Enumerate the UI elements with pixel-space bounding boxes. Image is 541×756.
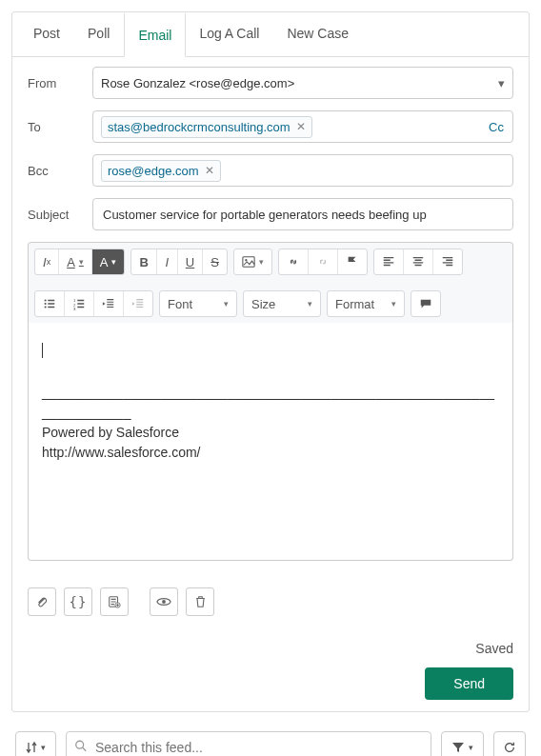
svg-point-4 [45,306,47,308]
to-label: To [28,120,92,134]
sort-button[interactable]: ▾ [15,731,56,756]
close-icon[interactable]: ✕ [296,120,306,133]
preview-button[interactable] [150,587,178,616]
svg-point-11 [76,741,84,748]
search-icon [74,740,88,756]
tab-poll[interactable]: Poll [74,12,124,56]
font-family-select[interactable]: Font▾ [159,290,237,317]
unlink-icon [316,255,330,269]
from-value: Rose Gonzalez <rose@edge.com> [101,76,294,90]
highlight-button[interactable]: A▾ [92,249,125,274]
signature-divider: ________________________________________… [42,383,499,423]
close-icon[interactable]: ✕ [205,164,214,177]
align-right-button[interactable] [433,249,462,274]
bullet-list-button[interactable] [35,291,65,316]
refresh-button[interactable] [493,731,526,756]
feed-footer: ▾ ▾ [0,724,541,756]
link-icon [287,255,300,269]
chat-button[interactable] [411,291,440,316]
signature-line-2: http://www.salesforce.com/ [42,443,499,463]
sort-icon [26,741,37,754]
bcc-label: Bcc [28,164,92,178]
numbered-list-button[interactable]: 123 [65,291,94,316]
template-icon [108,595,121,608]
link-button[interactable] [279,249,309,274]
save-status: Saved [12,641,529,656]
cc-toggle[interactable]: Cc [489,120,504,134]
search-feed [66,731,431,756]
image-icon [242,255,255,269]
bcc-chip-text: rose@edge.com [108,164,199,178]
format-select[interactable]: Format▾ [327,290,405,317]
merge-field-button[interactable]: {} [64,587,92,616]
chevron-down-icon: ▾ [498,76,505,90]
numbers-icon: 123 [72,297,86,310]
svg-point-10 [162,600,166,604]
editor-body[interactable]: ________________________________________… [28,323,513,561]
text-cursor [42,340,499,360]
anchor-button[interactable] [338,249,367,274]
bullets-icon [43,297,56,310]
from-select[interactable]: Rose Gonzalez <rose@edge.com> ▾ [92,67,513,99]
svg-point-3 [45,303,47,305]
eye-icon [156,595,171,608]
font-color-button[interactable]: A▾ [59,249,92,274]
underline-button[interactable]: U [178,249,203,274]
attach-file-button[interactable] [28,587,56,616]
font-family-label: Font [168,297,192,311]
indent-button[interactable] [124,291,152,316]
subject-input[interactable] [92,198,513,230]
subject-label: Subject [28,208,92,222]
align-left-icon [382,255,395,269]
email-fields: From Rose Gonzalez <rose@edge.com> ▾ To … [12,57,529,230]
send-button[interactable]: Send [425,667,513,700]
svg-point-1 [245,259,247,261]
rich-text-editor: Ix A▾ A▾ B I U S ▾ [28,242,513,561]
compose-tools: {} [12,587,529,616]
outdent-icon [102,297,115,310]
funnel-icon [451,742,465,753]
bcc-row: Bcc rose@edge.com ✕ [28,154,513,187]
to-chip-text: stas@bedrockcrmconsulting.com [108,120,291,134]
tab-post[interactable]: Post [20,12,74,56]
chat-icon [419,297,432,310]
align-right-icon [441,255,454,269]
italic-button[interactable]: I [157,249,178,274]
to-row: To stas@bedrockcrmconsulting.com ✕ Cc [28,110,513,143]
bcc-input[interactable]: rose@edge.com ✕ [92,154,513,187]
align-center-button[interactable] [404,249,433,274]
remove-format-button[interactable]: Ix [35,249,59,274]
tab-log-a-call[interactable]: Log A Call [186,12,273,56]
from-row: From Rose Gonzalez <rose@edge.com> ▾ [28,67,513,99]
tab-new-case[interactable]: New Case [273,12,363,56]
font-size-select[interactable]: Size▾ [243,290,321,317]
outdent-button[interactable] [94,291,124,316]
strikethrough-button[interactable]: S [203,249,227,274]
tab-email[interactable]: Email [124,12,186,57]
align-left-button[interactable] [374,249,404,274]
to-input[interactable]: stas@bedrockcrmconsulting.com ✕ [92,110,513,143]
compose-panel: Post Poll Email Log A Call New Case From… [11,11,530,712]
subject-row: Subject [28,198,513,230]
search-input[interactable] [66,731,431,756]
bold-button[interactable]: B [131,249,156,274]
editor-toolbar: Ix A▾ A▾ B I U S ▾ [28,242,513,323]
filter-button[interactable]: ▾ [441,731,484,756]
format-label: Format [335,297,374,311]
refresh-icon [503,741,516,754]
signature-line-1: Powered by Salesforce [42,423,499,443]
svg-point-2 [45,299,47,301]
trash-icon [194,595,207,608]
align-center-icon [411,255,425,269]
svg-text:3: 3 [73,307,76,310]
unlink-button[interactable] [309,249,338,274]
bcc-chip[interactable]: rose@edge.com ✕ [101,160,221,182]
indent-icon [131,297,145,310]
insert-template-button[interactable] [100,587,129,616]
to-chip[interactable]: stas@bedrockcrmconsulting.com ✕ [101,116,312,138]
paperclip-icon [35,595,49,608]
font-size-label: Size [251,297,275,311]
image-button[interactable]: ▾ [234,249,271,274]
publisher-tabs: Post Poll Email Log A Call New Case [12,12,529,57]
clear-button[interactable] [186,587,214,616]
